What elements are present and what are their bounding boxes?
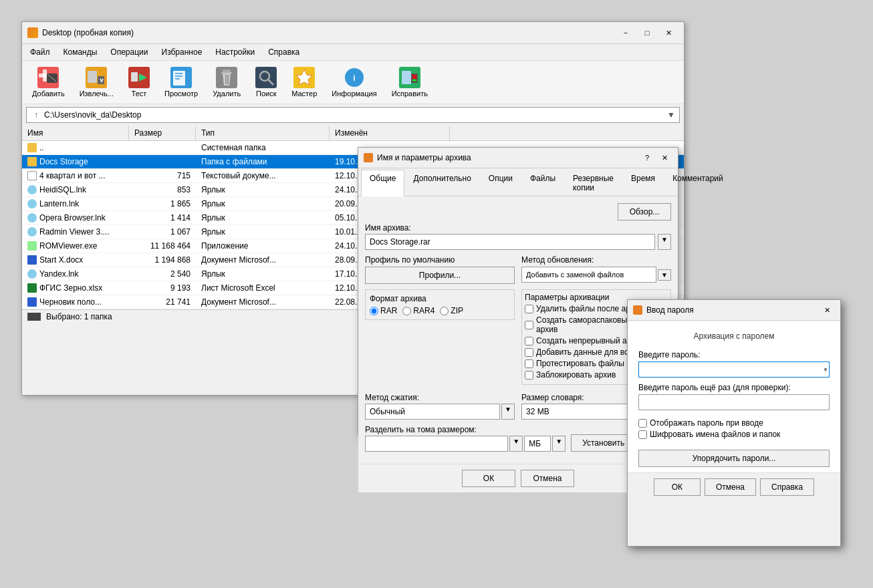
header-name[interactable]: Имя xyxy=(22,126,129,140)
password-help-button[interactable]: Справка xyxy=(760,478,814,496)
archive-help-button[interactable]: ? xyxy=(639,152,655,164)
file-list-header: Имя Размер Тип Изменён xyxy=(22,126,684,141)
toolbar-repair[interactable]: Исправить xyxy=(386,63,434,101)
encrypt-names-label: Шифровать имена файлов и папок xyxy=(650,430,780,439)
delete-label: Удалить xyxy=(213,90,241,98)
add-icon xyxy=(37,67,59,88)
address-dropdown-arrow[interactable]: ▼ xyxy=(667,110,675,120)
update-method-dropdown[interactable]: ▼ xyxy=(658,269,671,281)
toolbar-wizard[interactable]: Мастер xyxy=(285,63,323,101)
archive-close-button[interactable]: ✕ xyxy=(656,152,672,164)
toolbar-add[interactable]: Добавить xyxy=(26,63,71,101)
lnk-icon xyxy=(27,269,37,279)
file-size-cell: 9 193 xyxy=(129,281,196,295)
toolbar-info[interactable]: i Информация xyxy=(326,63,382,101)
split-input[interactable] xyxy=(365,436,508,452)
toolbar-find[interactable]: Поиск xyxy=(249,63,283,101)
tab-general[interactable]: Общие xyxy=(361,170,404,196)
tab-time[interactable]: Время xyxy=(622,170,664,196)
format-rar4[interactable]: RAR4 xyxy=(402,306,434,315)
archive-name-input[interactable] xyxy=(365,234,655,250)
password-content: Архивация с паролем Введите пароль: ▼ Вв… xyxy=(628,321,840,472)
compression-label: Метод сжатия: xyxy=(365,393,515,402)
format-zip[interactable]: ZIP xyxy=(440,306,463,315)
file-size-cell xyxy=(129,155,196,168)
password-dropdown-arrow[interactable]: ▼ xyxy=(823,367,828,373)
up-button[interactable]: ↑ xyxy=(31,110,41,120)
profile-label: Профиль по умолчанию xyxy=(365,255,515,265)
file-size-cell xyxy=(129,141,196,154)
exe-icon xyxy=(27,241,37,251)
file-type-cell: Текстовый докуме... xyxy=(196,169,330,182)
menu-file[interactable]: Файл xyxy=(25,45,55,59)
menu-operations[interactable]: Операции xyxy=(105,45,153,59)
maximize-button[interactable]: □ xyxy=(637,26,657,39)
menu-settings[interactable]: Настройки xyxy=(210,45,260,59)
status-text: Выбрано: 1 папка xyxy=(46,312,112,321)
password-input[interactable] xyxy=(638,361,830,378)
password-cancel-button[interactable]: Отмена xyxy=(705,478,756,496)
browse-button[interactable]: Обзор... xyxy=(618,203,671,220)
cb-show-password[interactable]: Отображать пароль при вводе xyxy=(638,418,830,428)
file-size-cell: 2 540 xyxy=(129,267,196,281)
tab-backup[interactable]: Резервные копии xyxy=(564,170,622,196)
minimize-button[interactable]: − xyxy=(616,26,636,39)
file-name-cell: Docs Storage xyxy=(22,155,129,168)
docx-icon xyxy=(27,297,37,307)
update-method-input[interactable] xyxy=(521,267,656,283)
tab-options[interactable]: Опции xyxy=(480,170,521,196)
info-label: Информация xyxy=(332,90,376,98)
find-label: Поиск xyxy=(256,90,276,98)
profile-group: Профиль по умолчанию Профили... xyxy=(365,255,515,284)
password-ok-button[interactable]: ОК xyxy=(654,478,701,496)
compression-input[interactable] xyxy=(365,404,500,420)
arrange-passwords-button[interactable]: Упорядочить пароли... xyxy=(638,450,830,467)
compression-dropdown[interactable]: ▼ xyxy=(501,404,515,420)
menu-favorites[interactable]: Избранное xyxy=(156,45,208,59)
format-rar[interactable]: RAR xyxy=(370,306,397,315)
file-type-cell: Документ Microsof... xyxy=(196,253,330,267)
file-name-cell: ROMViewer.exe xyxy=(22,239,129,253)
split-unit-dropdown[interactable]: ▼ xyxy=(509,436,523,452)
wizard-label: Мастер xyxy=(291,90,317,98)
header-size[interactable]: Размер xyxy=(129,126,196,140)
file-type-cell: Ярлык xyxy=(196,225,330,239)
compression-group: Метод сжатия: ▼ xyxy=(365,393,515,420)
archive-name-dropdown[interactable]: ▼ xyxy=(658,234,671,250)
file-size-cell: 1 414 xyxy=(129,211,196,225)
info-icon: i xyxy=(344,67,365,88)
archive-cancel-button[interactable]: Отмена xyxy=(521,470,574,487)
svg-rect-6 xyxy=(88,71,97,83)
test-label: Тест xyxy=(132,90,147,98)
svg-rect-16 xyxy=(221,72,232,74)
svg-rect-15 xyxy=(223,69,231,72)
tab-files[interactable]: Файлы xyxy=(521,170,564,196)
archive-dialog-title: Имя и параметры архива xyxy=(377,153,471,162)
password-close-button[interactable]: ✕ xyxy=(819,304,835,316)
profiles-button[interactable]: Профили... xyxy=(365,267,515,284)
archive-ok-button[interactable]: ОК xyxy=(462,470,515,487)
password-confirm-input[interactable] xyxy=(638,394,830,410)
password-label: Введите пароль: xyxy=(638,350,830,359)
toolbar-extract[interactable]: Извлечь... xyxy=(74,63,120,101)
toolbar-view[interactable]: Просмотр xyxy=(158,63,204,101)
address-path[interactable]: C:\Users\novik_da\Desktop xyxy=(44,110,664,120)
file-name-cell: 4 квартал и вот ... xyxy=(22,169,129,182)
split-mb-dropdown[interactable]: ▼ xyxy=(552,436,566,452)
file-size-cell: 853 xyxy=(129,183,196,196)
archive-name-label: Имя архива: xyxy=(365,223,671,233)
menu-help[interactable]: Справка xyxy=(263,45,305,59)
tab-comment[interactable]: Комментарий xyxy=(664,170,732,196)
extract-icon xyxy=(86,67,107,88)
format-label: Формат архива xyxy=(370,294,510,303)
toolbar-test[interactable]: Тест xyxy=(122,63,156,101)
close-button[interactable]: ✕ xyxy=(658,26,678,39)
password-title-bar: Ввод пароля ✕ xyxy=(628,300,840,321)
toolbar-delete[interactable]: Удалить xyxy=(207,63,247,101)
split-unit-input[interactable] xyxy=(524,436,551,452)
menu-commands[interactable]: Команды xyxy=(58,45,103,59)
header-modified[interactable]: Изменён xyxy=(330,126,450,140)
header-type[interactable]: Тип xyxy=(196,126,330,140)
tab-advanced[interactable]: Дополнительно xyxy=(404,170,479,196)
cb-encrypt-names[interactable]: Шифровать имена файлов и папок xyxy=(638,430,830,439)
